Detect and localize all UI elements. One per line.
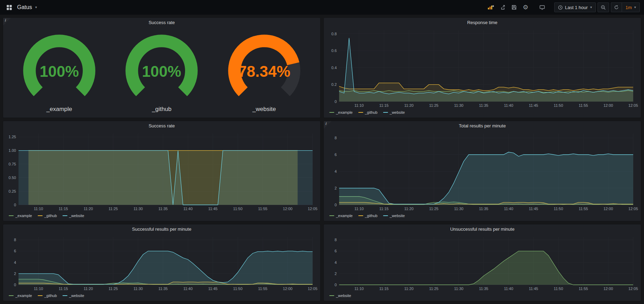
svg-text:11:20: 11:20 [83, 287, 93, 291]
svg-text:11:25: 11:25 [109, 207, 118, 211]
svg-text:100%: 100% [39, 63, 79, 80]
panel-body: 0246811:1011:1511:2011:2511:3011:3511:40… [326, 233, 639, 292]
panel-title[interactable]: Success rate [3, 18, 320, 27]
tv-mode-icon[interactable] [537, 2, 547, 12]
svg-text:11:30: 11:30 [133, 287, 143, 291]
svg-text:11:10: 11:10 [34, 207, 43, 211]
legend-swatch [329, 295, 334, 296]
svg-text:12:05: 12:05 [308, 207, 317, 211]
svg-text:11:45: 11:45 [529, 207, 538, 211]
panel-body: 00.250.500.751.001.2511:1011:1511:2011:2… [5, 130, 318, 212]
legend-item[interactable]: _website [63, 214, 84, 218]
time-series-chart[interactable]: 00.250.500.751.001.2511:1011:1511:2011:2… [5, 130, 318, 212]
legend-label: _github [365, 110, 378, 114]
gauge-arc: 78.34% [213, 28, 315, 105]
svg-text:11:15: 11:15 [379, 207, 389, 211]
svg-text:11:35: 11:35 [158, 207, 168, 211]
panel-info-icon[interactable]: i [3, 18, 11, 25]
svg-text:4: 4 [14, 260, 16, 265]
panel-unsuccessful-results: Unsuccessful results per minute 0246811:… [323, 224, 641, 301]
time-series-chart[interactable]: 0246811:1011:1511:2011:2511:3011:3511:40… [326, 130, 639, 212]
legend-swatch [38, 295, 43, 296]
legend-item[interactable]: _github [38, 214, 57, 218]
svg-text:0: 0 [14, 203, 16, 207]
svg-text:11:40: 11:40 [504, 287, 513, 291]
svg-text:0.8: 0.8 [331, 32, 337, 36]
panel-title[interactable]: Unsuccessful results per minute [324, 224, 641, 233]
zoom-out-icon [601, 5, 606, 10]
legend-swatch [358, 112, 363, 113]
legend-item[interactable]: _website [63, 294, 84, 298]
panel-title[interactable]: Total results per minute [324, 121, 641, 130]
svg-text:11:50: 11:50 [554, 287, 563, 291]
refresh-interval-picker[interactable]: 1m ▾ [622, 2, 640, 12]
legend-swatch [9, 295, 14, 296]
time-range-label: Last 1 hour [565, 5, 588, 10]
caret-down-icon[interactable]: ▾ [35, 6, 37, 9]
svg-text:11:35: 11:35 [479, 287, 488, 291]
svg-text:1.25: 1.25 [9, 135, 16, 139]
legend-item[interactable]: _example [9, 214, 32, 218]
svg-text:11:10: 11:10 [34, 287, 43, 291]
chart-canvas: 0246811:1011:1511:2011:2511:3011:3511:40… [326, 130, 639, 212]
legend-item[interactable]: _github [358, 110, 378, 114]
legend-item[interactable]: _github [38, 294, 57, 298]
zoom-out-button[interactable] [598, 2, 609, 12]
chart-canvas: 00.250.500.751.001.2511:1011:1511:2011:2… [5, 130, 318, 212]
legend-label: _github [44, 214, 57, 218]
svg-text:11:30: 11:30 [454, 103, 463, 107]
legend-item[interactable]: _example [329, 214, 353, 218]
svg-text:8: 8 [335, 136, 337, 140]
legend-label: _example [15, 214, 32, 218]
svg-text:0.2: 0.2 [331, 82, 337, 87]
legend-item[interactable]: _website [383, 214, 405, 218]
add-panel-icon[interactable] [486, 2, 496, 12]
svg-text:11:30: 11:30 [454, 287, 463, 291]
svg-text:0: 0 [335, 283, 337, 287]
panel-title[interactable]: Successful results per minute [3, 224, 320, 233]
svg-text:11:55: 11:55 [579, 103, 588, 107]
time-series-chart[interactable]: 0246811:1011:1511:2011:2511:3011:3511:40… [5, 233, 318, 292]
svg-text:11:20: 11:20 [404, 287, 414, 291]
legend-item[interactable]: _website [329, 294, 351, 298]
svg-text:11:10: 11:10 [354, 287, 364, 291]
settings-icon[interactable]: ⚙ [521, 2, 530, 12]
legend-swatch [383, 215, 388, 216]
svg-text:78.34%: 78.34% [238, 63, 290, 80]
time-series-chart[interactable]: 00.20.40.60.811:1011:1511:2011:2511:3011… [326, 27, 639, 109]
panel-info-icon[interactable]: i [324, 121, 331, 129]
legend-label: _github [44, 294, 57, 298]
gauge-label: _github [152, 105, 171, 115]
chart-canvas: 0246811:1011:1511:2011:2511:3011:3511:40… [326, 233, 639, 292]
refresh-button[interactable] [611, 2, 622, 12]
legend-swatch [63, 215, 67, 216]
svg-text:11:45: 11:45 [529, 103, 538, 107]
legend-item[interactable]: _website [383, 110, 405, 114]
svg-text:11:40: 11:40 [504, 103, 513, 107]
panel-title[interactable]: Success rate [3, 121, 320, 130]
save-icon[interactable] [509, 2, 519, 12]
svg-text:12:00: 12:00 [603, 103, 613, 107]
share-icon[interactable] [498, 2, 507, 12]
legend-label: _website [69, 294, 84, 298]
panel-body: 0246811:1011:1511:2011:2511:3011:3511:40… [326, 130, 639, 212]
dashboard-title[interactable]: Gatus [17, 4, 32, 10]
time-range-picker[interactable]: Last 1 hour ▾ [554, 2, 596, 12]
legend-label: _website [390, 214, 405, 218]
legend-swatch [38, 215, 43, 216]
legend-item[interactable]: _example [9, 294, 32, 298]
svg-text:11:50: 11:50 [554, 207, 563, 211]
navbar: Gatus ▾ ⚙ [0, 0, 644, 15]
legend-label: _example [336, 214, 353, 218]
dashboards-grid-icon[interactable] [4, 2, 14, 12]
panel-title[interactable]: Response time [324, 18, 641, 27]
legend-item[interactable]: _example [329, 110, 353, 114]
svg-text:0.25: 0.25 [9, 189, 16, 193]
time-series-chart[interactable]: 0246811:1011:1511:2011:2511:3011:3511:40… [326, 233, 639, 292]
legend-item[interactable]: _github [358, 214, 378, 218]
svg-text:11:15: 11:15 [59, 207, 68, 211]
add-panel-glyph [488, 5, 494, 10]
svg-text:12:05: 12:05 [628, 287, 638, 291]
dashboards-grid-glyph [6, 5, 12, 10]
svg-text:8: 8 [335, 238, 337, 242]
